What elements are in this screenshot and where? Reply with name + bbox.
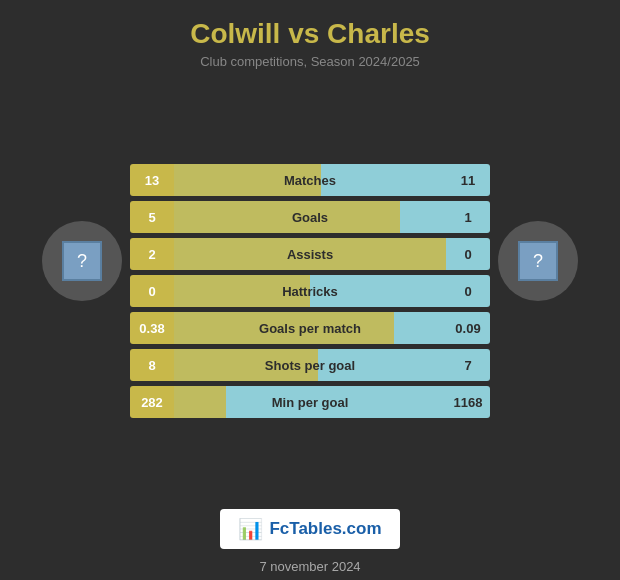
- stat-bar-area: Hattricks: [174, 275, 446, 307]
- stat-bar-area: Shots per goal: [174, 349, 446, 381]
- page: Colwill vs Charles Club competitions, Se…: [0, 0, 620, 580]
- stat-right-value: 0: [446, 275, 490, 307]
- stat-label: Shots per goal: [174, 358, 446, 373]
- avatar-left: ?: [42, 221, 122, 301]
- page-subtitle: Club competitions, Season 2024/2025: [200, 54, 420, 69]
- stat-left-value: 8: [130, 349, 174, 381]
- avatar-left-placeholder: ?: [62, 241, 102, 281]
- stat-row: 282Min per goal1168: [130, 386, 490, 418]
- stat-left-value: 5: [130, 201, 174, 233]
- stat-right-value: 7: [446, 349, 490, 381]
- page-title: Colwill vs Charles: [190, 18, 430, 50]
- stat-left-value: 0: [130, 275, 174, 307]
- stats-container: 13Matches115Goals12Assists00Hattricks00.…: [130, 164, 490, 418]
- stat-bar-area: Goals per match: [174, 312, 446, 344]
- stat-row: 5Goals1: [130, 201, 490, 233]
- logo-text: FcTables.com: [269, 519, 381, 539]
- stat-right-value: 1: [446, 201, 490, 233]
- stat-row: 13Matches11: [130, 164, 490, 196]
- stat-label: Goals: [174, 210, 446, 225]
- stat-label: Matches: [174, 173, 446, 188]
- avatar-right-placeholder: ?: [518, 241, 558, 281]
- stat-right-value: 0: [446, 238, 490, 270]
- stat-row: 0.38Goals per match0.09: [130, 312, 490, 344]
- stat-bar-area: Matches: [174, 164, 446, 196]
- stat-label: Min per goal: [174, 395, 446, 410]
- logo-area: 📊 FcTables.com: [220, 509, 399, 549]
- stat-bar-area: Assists: [174, 238, 446, 270]
- stat-label: Goals per match: [174, 321, 446, 336]
- stat-left-value: 2: [130, 238, 174, 270]
- content-area: ? 13Matches115Goals12Assists00Hattricks0…: [0, 87, 620, 495]
- stat-label: Assists: [174, 247, 446, 262]
- stat-bar-area: Min per goal: [174, 386, 446, 418]
- stat-row: 0Hattricks0: [130, 275, 490, 307]
- stat-left-value: 0.38: [130, 312, 174, 344]
- stat-right-value: 1168: [446, 386, 490, 418]
- stat-row: 8Shots per goal7: [130, 349, 490, 381]
- date-text: 7 november 2024: [259, 559, 360, 574]
- stat-left-value: 13: [130, 164, 174, 196]
- avatar-right: ?: [498, 221, 578, 301]
- stat-right-value: 0.09: [446, 312, 490, 344]
- logo-icon: 📊: [238, 517, 263, 541]
- stat-right-value: 11: [446, 164, 490, 196]
- stat-row: 2Assists0: [130, 238, 490, 270]
- stat-left-value: 282: [130, 386, 174, 418]
- stat-label: Hattricks: [174, 284, 446, 299]
- stat-bar-area: Goals: [174, 201, 446, 233]
